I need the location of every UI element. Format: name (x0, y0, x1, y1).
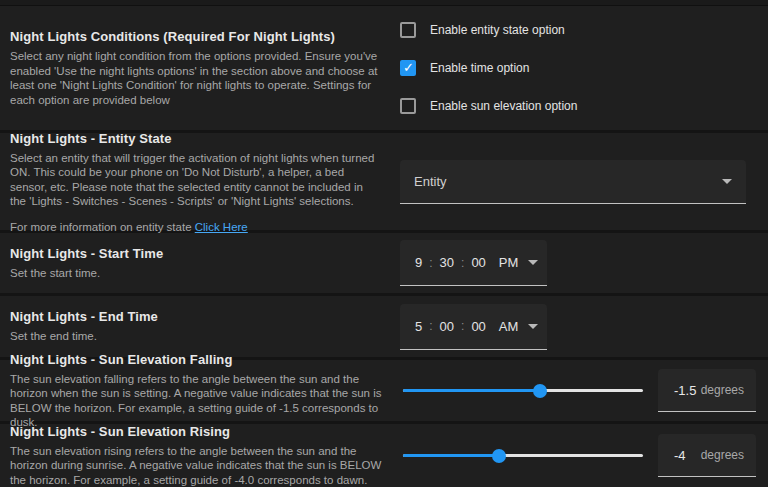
degrees-unit-label: degrees (701, 383, 744, 397)
section-start-time: Night Lights - Start Time Set the start … (0, 233, 768, 293)
degrees-value[interactable]: -1.5 (674, 383, 701, 398)
end-time-description: Set the end time. (10, 329, 382, 344)
section-night-lights-conditions: Night Lights Conditions (Required For Ni… (0, 6, 768, 130)
sun-falling-title: Night Lights - Sun Elevation Falling (10, 352, 382, 367)
seconds-value[interactable]: 00 (471, 319, 485, 334)
sun-rising-description: The sun elevation rising refers to the a… (10, 444, 382, 487)
slider-fill (403, 454, 499, 457)
hours-value[interactable]: 5 (415, 319, 422, 334)
enable-time-checkbox-row[interactable]: Enable time option (400, 60, 756, 76)
enable-entity-state-checkbox-row[interactable]: Enable entity state option (400, 22, 756, 38)
start-time-description: Set the start time. (10, 266, 382, 281)
entity-state-description: Select an entity that will trigger the a… (10, 151, 382, 209)
entity-dropdown-label: Entity (414, 174, 722, 189)
entity-state-more-info: For more information on entity state Cli… (10, 221, 382, 233)
start-time-picker[interactable]: 9 : 30 : 00 PM (400, 240, 547, 286)
degrees-unit-label: degrees (701, 448, 744, 462)
hours-value[interactable]: 9 (415, 255, 422, 270)
end-time-title: Night Lights - End Time (10, 309, 382, 324)
meridiem-value[interactable]: PM (499, 255, 519, 270)
time-separator: : (461, 319, 464, 333)
time-separator: : (429, 319, 432, 333)
seconds-value[interactable]: 00 (471, 255, 485, 270)
more-info-text: For more information on entity state (10, 221, 195, 233)
checkbox-label: Enable time option (430, 61, 529, 75)
minutes-value[interactable]: 00 (440, 319, 454, 334)
enable-sun-elevation-checkbox-row[interactable]: Enable sun elevation option (400, 98, 756, 114)
checkbox-label: Enable entity state option (430, 23, 565, 37)
degrees-value[interactable]: -4 (674, 448, 701, 463)
click-here-link[interactable]: Click Here (195, 221, 248, 233)
slider-thumb[interactable] (533, 384, 547, 398)
slider-thumb[interactable] (492, 449, 506, 463)
chevron-down-icon (722, 179, 732, 184)
checkbox-icon[interactable] (400, 60, 416, 76)
conditions-title: Night Lights Conditions (Required For Ni… (10, 29, 382, 44)
sun-rising-value-field[interactable]: -4 degrees (658, 434, 756, 477)
time-separator: : (461, 256, 464, 270)
section-sun-elevation-rising: Night Lights - Sun Elevation Rising The … (0, 424, 768, 487)
time-separator: : (429, 256, 432, 270)
entity-dropdown[interactable]: Entity (400, 160, 746, 204)
sun-falling-value-field[interactable]: -1.5 degrees (658, 369, 756, 412)
meridiem-value[interactable]: AM (499, 319, 519, 334)
chevron-down-icon[interactable] (528, 324, 538, 329)
conditions-description: Select any night light condition from th… (10, 49, 382, 107)
sun-rising-title: Night Lights - Sun Elevation Rising (10, 424, 382, 439)
minutes-value[interactable]: 30 (440, 255, 454, 270)
start-time-title: Night Lights - Start Time (10, 246, 382, 261)
end-time-picker[interactable]: 5 : 00 : 00 AM (400, 304, 547, 350)
checkbox-label: Enable sun elevation option (430, 99, 577, 113)
section-entity-state: Night Lights - Entity State Select an en… (0, 133, 768, 230)
sun-falling-slider[interactable] (403, 384, 643, 398)
slider-fill (403, 389, 540, 392)
section-sun-elevation-falling: Night Lights - Sun Elevation Falling The… (0, 360, 768, 421)
section-end-time: Night Lights - End Time Set the end time… (0, 296, 768, 357)
entity-state-title: Night Lights - Entity State (10, 131, 382, 146)
sun-rising-slider[interactable] (403, 449, 643, 463)
checkbox-icon[interactable] (400, 98, 416, 114)
sun-falling-description: The sun elevation falling refers to the … (10, 372, 382, 430)
checkbox-icon[interactable] (400, 22, 416, 38)
chevron-down-icon[interactable] (528, 260, 538, 265)
